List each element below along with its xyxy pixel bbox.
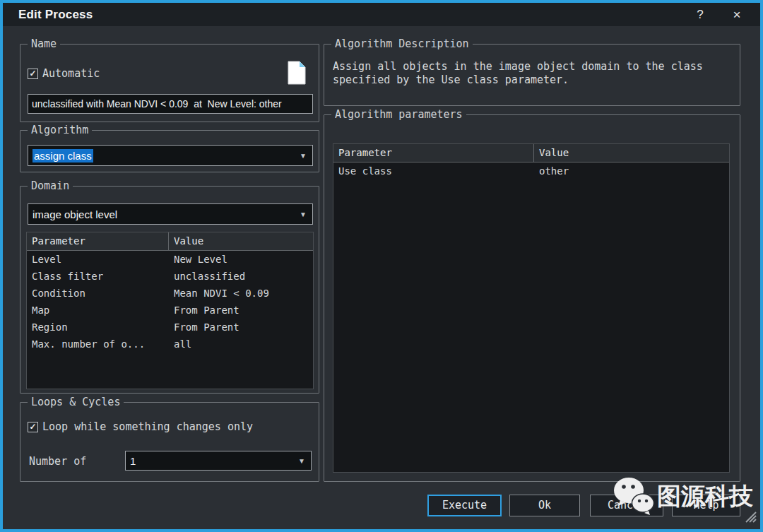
process-name-value: unclassified with Mean NDVI < 0.09 at Ne… [32, 95, 282, 113]
name-group-label: Name [28, 37, 60, 50]
title-bar[interactable]: Edit Process ? × [3, 3, 760, 26]
column-header[interactable]: Value [534, 144, 729, 162]
algorithm-description-group: Algorithm Description Assign all objects… [324, 44, 740, 106]
window-title: Edit Process [18, 3, 93, 26]
algorithm-selected-value: assign class [32, 149, 93, 162]
value-cell[interactable]: New Level [169, 251, 313, 268]
help-icon[interactable]: ? [691, 3, 709, 26]
table-row[interactable]: Level New Level [27, 251, 313, 268]
param-cell: Class filter [27, 268, 169, 285]
loops-group-label: Loops & Cycles [28, 396, 124, 408]
resize-grip-icon[interactable] [744, 510, 757, 526]
number-of-value: 1 [130, 451, 136, 471]
chevron-down-icon[interactable]: ▼ [300, 146, 307, 167]
value-cell[interactable]: other [534, 162, 729, 179]
table-row[interactable]: Class filter unclassified [27, 268, 313, 285]
table-row[interactable]: Region From Parent [27, 319, 313, 336]
param-cell: Max. number of o... [27, 336, 169, 353]
param-cell: Condition [27, 285, 169, 302]
automatic-checkbox[interactable]: ✓ Automatic [28, 67, 100, 80]
checkbox-checked-icon[interactable]: ✓ [28, 69, 38, 79]
column-header[interactable]: Value [169, 232, 313, 250]
name-group: Name ✓ Automatic unclassified with Mean … [20, 44, 319, 122]
new-document-icon[interactable] [287, 60, 307, 88]
cancel-button[interactable]: Cancel [590, 495, 663, 516]
algorithm-select[interactable]: assign class ▼ [28, 145, 313, 166]
dialog-body: Edit Process ? × Name ✓ Automatic unclas… [3, 3, 760, 529]
table-header: Parameter Value [333, 144, 729, 162]
close-icon[interactable]: × [728, 3, 746, 26]
table-header: Parameter Value [27, 232, 313, 251]
algorithm-description-text: Assign all objects in the image object d… [333, 60, 725, 87]
param-cell: Map [27, 302, 169, 319]
help-button[interactable]: Help [672, 495, 740, 516]
algorithm-parameters-group: Algorithm parameters Parameter Value Use… [324, 114, 740, 482]
value-cell[interactable]: all [169, 336, 313, 353]
loop-while-checkbox[interactable]: ✓ Loop while something changes only [28, 420, 253, 433]
domain-selected-value: image object level [32, 204, 117, 225]
loops-cycles-group: Loops & Cycles ✓ Loop while something ch… [20, 402, 319, 482]
value-cell[interactable]: From Parent [169, 319, 313, 336]
param-cell: Level [27, 251, 169, 268]
parameters-group-label: Algorithm parameters [331, 108, 466, 121]
number-of-select[interactable]: 1 ▼ [125, 451, 312, 471]
chevron-down-icon[interactable]: ▼ [298, 451, 305, 471]
automatic-checkbox-label: Automatic [42, 67, 100, 80]
domain-group-label: Domain [28, 179, 73, 192]
column-header[interactable]: Parameter [27, 232, 169, 250]
edit-process-dialog: Edit Process ? × Name ✓ Automatic unclas… [0, 0, 763, 532]
table-row[interactable]: Max. number of o... all [27, 336, 313, 353]
checkbox-checked-icon[interactable]: ✓ [28, 422, 38, 432]
param-cell: Region [27, 319, 169, 336]
execute-button[interactable]: Execute [427, 495, 502, 516]
table-row[interactable]: Map From Parent [27, 302, 313, 319]
value-cell[interactable]: From Parent [169, 302, 313, 319]
ok-button[interactable]: Ok [509, 495, 580, 516]
chevron-down-icon[interactable]: ▼ [300, 204, 307, 225]
table-row[interactable]: Condition Mean NDVI < 0.09 [27, 285, 313, 302]
algorithm-group: Algorithm assign class ▼ [20, 130, 319, 172]
domain-parameter-table[interactable]: Parameter Value Level New Level Class fi… [26, 232, 314, 389]
table-row[interactable]: Use class other [333, 162, 729, 179]
algorithm-group-label: Algorithm [28, 124, 92, 136]
number-of-label: Number of [29, 455, 86, 468]
process-name-field[interactable]: unclassified with Mean NDVI < 0.09 at Ne… [28, 94, 313, 114]
param-cell: Use class [333, 162, 534, 179]
domain-group: Domain image object level ▼ Parameter Va… [20, 186, 319, 394]
value-cell[interactable]: Mean NDVI < 0.09 [169, 285, 313, 302]
value-cell[interactable]: unclassified [169, 268, 313, 285]
domain-select[interactable]: image object level ▼ [28, 203, 313, 225]
column-header[interactable]: Parameter [333, 144, 534, 162]
description-group-label: Algorithm Description [331, 37, 473, 50]
loop-while-checkbox-label: Loop while something changes only [42, 420, 253, 433]
algorithm-parameter-table[interactable]: Parameter Value Use class other [333, 143, 730, 473]
